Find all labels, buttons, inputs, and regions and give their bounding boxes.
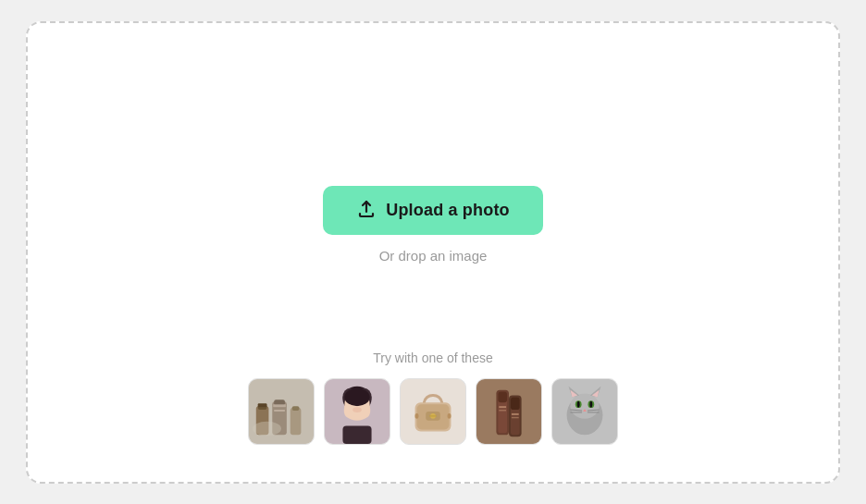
svg-rect-3 [258,403,267,407]
samples-label: Try with one of these [373,350,492,365]
svg-point-19 [353,407,362,412]
svg-rect-33 [499,410,506,411]
sample-handbag[interactable] [400,378,466,445]
svg-rect-9 [292,406,300,411]
svg-rect-27 [448,412,452,418]
sample-woman[interactable] [324,378,390,445]
svg-rect-26 [415,412,419,418]
upload-button-label: Upload a photo [386,201,510,220]
svg-rect-36 [511,397,520,410]
svg-rect-37 [512,412,519,414]
svg-rect-31 [498,391,507,402]
svg-point-17 [344,387,369,405]
upload-area: Upload a photo Or drop an image [323,186,543,264]
drop-zone[interactable]: Upload a photo Or drop an image Try with… [26,21,840,484]
samples-row [248,378,618,445]
sample-cat[interactable] [551,378,618,445]
sample-tubes[interactable] [476,378,542,445]
svg-rect-32 [499,406,506,408]
drop-hint-text: Or drop an image [379,248,488,264]
svg-rect-18 [342,425,371,443]
svg-point-10 [253,421,281,436]
svg-rect-38 [512,416,519,417]
svg-rect-7 [274,410,285,412]
sample-skincare[interactable] [248,378,315,445]
upload-icon [356,199,377,222]
svg-rect-8 [291,408,302,435]
svg-point-48 [577,400,580,407]
svg-rect-6 [273,404,286,407]
svg-point-49 [589,400,592,407]
samples-section: Try with one of these [248,350,618,445]
upload-button[interactable]: Upload a photo [323,186,543,235]
svg-point-41 [570,393,599,418]
